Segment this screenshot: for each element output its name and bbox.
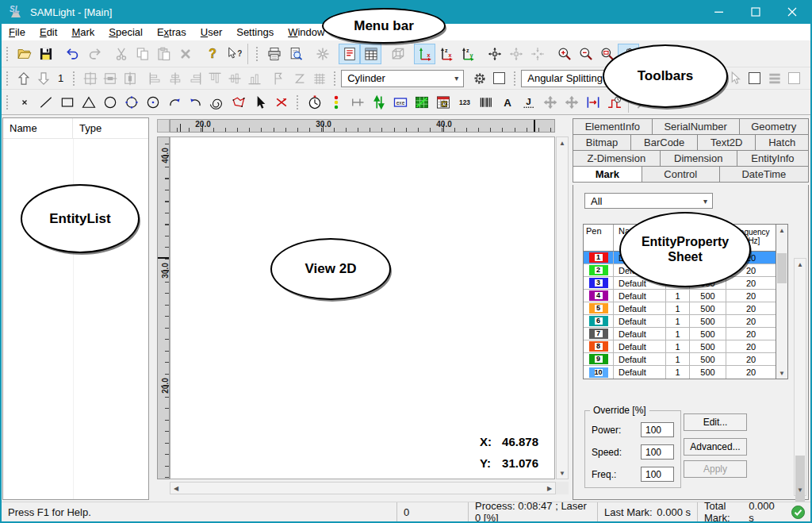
- draw-circle-center-button[interactable]: [142, 92, 163, 113]
- draw-triangle-button[interactable]: [78, 92, 99, 113]
- pen-table-header-cell[interactable]: Pen: [584, 225, 614, 251]
- tab-datetime[interactable]: DateTime: [719, 166, 809, 183]
- draw-circle-button[interactable]: [99, 92, 121, 113]
- ramp-control-button[interactable]: [411, 92, 432, 113]
- timer-control-button[interactable]: [304, 92, 325, 113]
- pen-table-row[interactable]: 10Default150020: [584, 366, 776, 379]
- wait-for-io-button[interactable]: [347, 92, 368, 113]
- text-on-path-entity-button[interactable]: J: [518, 92, 539, 113]
- split-tool-button[interactable]: [270, 92, 292, 113]
- ruler-tick-label: 30.0: [316, 120, 331, 129]
- tab-text2d[interactable]: Text2D: [697, 134, 756, 151]
- toggle-entity-list-button[interactable]: [339, 44, 360, 64]
- draw-rectangle-button[interactable]: [56, 92, 78, 113]
- datetime-entity-button[interactable]: [432, 92, 454, 113]
- menu-mark[interactable]: Mark: [64, 25, 102, 40]
- barcode-entity-button[interactable]: [475, 92, 496, 113]
- view-vertical-scrollbar[interactable]: ▲ ▼: [556, 137, 569, 479]
- close-button[interactable]: [774, 0, 810, 24]
- menu-edit[interactable]: Edit: [33, 25, 64, 40]
- move-entity-up-button[interactable]: [13, 69, 33, 88]
- view-axis-zy-button[interactable]: zy: [457, 44, 478, 64]
- pen-table-row[interactable]: 4Default150020: [584, 290, 776, 302]
- advanced-button[interactable]: Advanced...: [684, 438, 747, 456]
- pen-filter-combo[interactable]: All ▾: [584, 193, 713, 209]
- tab-hatch[interactable]: Hatch: [755, 134, 809, 151]
- scroll-down-icon[interactable]: ▼: [557, 467, 568, 479]
- menu-special[interactable]: Special: [102, 25, 150, 40]
- tab-mark[interactable]: Mark: [573, 166, 642, 183]
- head-selection-combo[interactable]: Cylinder▾: [341, 70, 464, 87]
- scroll-up-icon[interactable]: ▲: [795, 259, 806, 270]
- pen-table-row[interactable]: 7Default150020: [584, 328, 776, 340]
- select-tool-button[interactable]: [249, 92, 270, 113]
- tab-geometry[interactable]: Geometry: [739, 118, 809, 135]
- tab-entityinfo[interactable]: EntityInfo: [737, 150, 809, 167]
- zoom-in-button[interactable]: [553, 44, 575, 64]
- menu-user[interactable]: User: [193, 25, 229, 40]
- scroll-down-icon[interactable]: ▼: [776, 367, 787, 379]
- menu-file[interactable]: File: [2, 25, 33, 40]
- pen-table-row[interactable]: 5Default150020: [584, 302, 776, 315]
- scroll-up-icon[interactable]: ▲: [557, 137, 568, 148]
- draw-line-button[interactable]: [35, 92, 56, 113]
- zoom-fit-button[interactable]: [484, 44, 505, 64]
- save-file-button[interactable]: [35, 44, 56, 64]
- print-button[interactable]: [263, 44, 285, 64]
- drawing-canvas[interactable]: X:46.878 Y:31.076: [170, 137, 555, 479]
- tab-control[interactable]: Control: [642, 166, 720, 183]
- head-enable-checkbox[interactable]: [493, 72, 505, 84]
- help-button[interactable]: ?: [201, 44, 223, 64]
- scroll-left-icon[interactable]: ◀: [170, 483, 182, 494]
- view-horizontal-scrollbar[interactable]: ◀ ▶: [170, 482, 556, 494]
- draw-arc-ccw-button[interactable]: [163, 92, 185, 113]
- pen-table-row[interactable]: 6Default150020: [584, 315, 776, 328]
- serial-number-entity-button[interactable]: 123: [454, 92, 475, 113]
- zoom-out-button[interactable]: [575, 44, 596, 64]
- scrollbar-thumb[interactable]: [777, 253, 787, 283]
- head-settings-button[interactable]: [469, 69, 489, 88]
- view-axis-zx-button[interactable]: zx: [435, 44, 457, 64]
- panel-scrollbar[interactable]: ▲ ▼: [794, 258, 806, 496]
- entity-list-column-name[interactable]: Name: [3, 118, 73, 138]
- split-checkbox-1[interactable]: [749, 72, 760, 84]
- execute-control-button[interactable]: exe: [389, 92, 411, 113]
- draw-arc-cw-button[interactable]: [185, 92, 206, 113]
- power-override-field[interactable]: 100: [641, 422, 674, 437]
- pen-table-row[interactable]: 8Default150020: [584, 340, 776, 353]
- motf-control-button[interactable]: [368, 92, 389, 113]
- tab-barcode[interactable]: BarCode: [630, 134, 698, 151]
- menu-extras[interactable]: Extras: [150, 25, 193, 40]
- menu-settings[interactable]: Settings: [229, 25, 281, 40]
- pen-table-scrollbar[interactable]: ▲ ▼: [776, 225, 787, 379]
- speed-override-field[interactable]: 100: [641, 444, 674, 460]
- draw-polygon-button[interactable]: [228, 92, 249, 113]
- move-entity-down-button[interactable]: [33, 69, 53, 88]
- edit-button[interactable]: Edit...: [684, 413, 747, 431]
- open-file-button[interactable]: [13, 44, 35, 64]
- draw-ellipse-button[interactable]: [121, 92, 142, 113]
- tab-z-dimension[interactable]: Z-Dimension: [573, 150, 661, 167]
- pen-table-row[interactable]: 9Default150020: [584, 353, 776, 366]
- tab-serialnumber[interactable]: SerialNumber: [652, 118, 740, 135]
- view-axis-xy-button[interactable]: x: [414, 44, 435, 64]
- draw-spiral-button[interactable]: [206, 92, 228, 113]
- undo-button[interactable]: [62, 44, 83, 64]
- minimize-button[interactable]: [701, 0, 737, 24]
- tab-bitmap[interactable]: Bitmap: [573, 134, 631, 151]
- print-preview-button[interactable]: [285, 44, 306, 64]
- scroll-right-icon[interactable]: ▶: [544, 483, 555, 494]
- context-help-button[interactable]: ?: [223, 44, 244, 64]
- maximize-button[interactable]: [737, 0, 774, 24]
- toggle-property-sheet-button[interactable]: [360, 44, 381, 64]
- text-entity-button[interactable]: A: [496, 92, 518, 113]
- entity-list-column-type[interactable]: Type: [73, 118, 148, 138]
- scroll-up-icon[interactable]: ▲: [776, 225, 787, 236]
- jump-control-button[interactable]: [582, 92, 603, 113]
- scroll-down-icon[interactable]: ▼: [795, 484, 806, 495]
- freq-override-field[interactable]: 100: [641, 467, 674, 482]
- tab-elementinfo[interactable]: ElementInfo: [573, 118, 653, 135]
- io-control-button[interactable]: [325, 92, 347, 113]
- draw-point-button[interactable]: [13, 92, 35, 113]
- tab-dimension[interactable]: Dimension: [660, 150, 737, 167]
